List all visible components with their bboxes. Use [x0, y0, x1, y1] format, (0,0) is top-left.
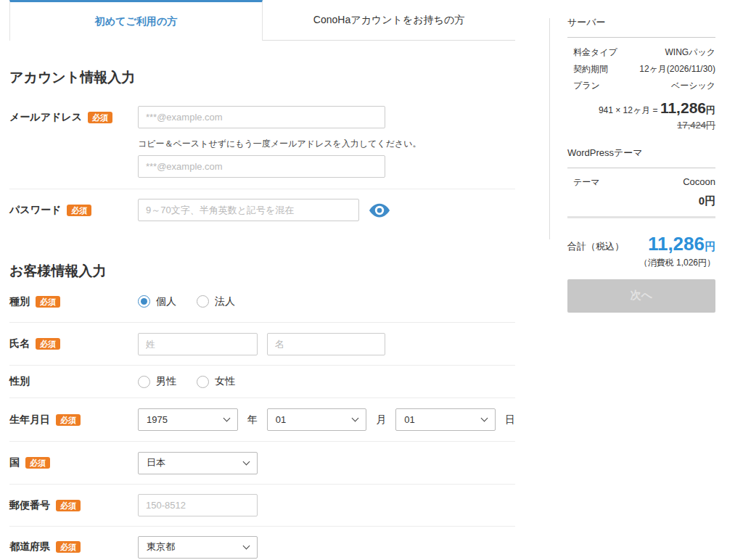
type-option-personal-label: 個人 — [156, 295, 176, 308]
chevron-down-icon — [243, 458, 250, 465]
total-price-unit: 円 — [705, 240, 715, 252]
next-button[interactable]: 次へ — [567, 279, 715, 313]
birth-month-select[interactable]: 01 — [267, 408, 367, 431]
year-unit-label: 年 — [247, 413, 258, 427]
birth-day-select[interactable]: 01 — [395, 408, 496, 431]
type-option-corporate[interactable]: 法人 — [197, 295, 235, 308]
calc-unit: 円 — [706, 104, 715, 115]
birthdate-label: 生年月日 — [9, 413, 50, 427]
type-option-personal[interactable]: 個人 — [138, 295, 176, 308]
prefecture-label: 都道府県 — [9, 540, 50, 553]
server-summary-rows: 料金タイプ WINGパック 契約期間 12ヶ月(2026/11/30) プラン … — [567, 38, 715, 94]
postal-code-row: 郵便番号 必須 — [9, 485, 515, 527]
required-badge: 必須 — [56, 500, 81, 511]
order-summary-sidebar: サーバー 料金タイプ WINGパック 契約期間 12ヶ月(2026/11/30)… — [567, 0, 715, 313]
radio-unchecked-icon — [197, 295, 209, 308]
password-input[interactable] — [138, 199, 359, 221]
customer-section-title: お客様情報入力 — [9, 262, 515, 281]
original-price-strikethrough: 17,424円 — [567, 119, 715, 132]
password-label: パスワード — [9, 204, 61, 217]
chevron-down-icon — [481, 415, 488, 422]
account-section-title: アカウント情報入力 — [9, 68, 515, 87]
gender-option-female[interactable]: 女性 — [197, 375, 235, 388]
country-row: 国 必須 日本 — [9, 442, 515, 485]
plan-value: ベーシック — [671, 78, 715, 94]
password-visibility-toggle[interactable] — [369, 201, 390, 220]
birth-day-value: 01 — [404, 414, 414, 425]
summary-row: 契約期間 12ヶ月(2026/11/30) — [573, 61, 715, 78]
name-label: 氏名 — [9, 337, 30, 350]
tab-first-time-user-label: 初めてご利用の方 — [95, 15, 177, 28]
total-label: 合計（税込） — [567, 234, 624, 269]
tax-note: （消費税 1,026円） — [639, 257, 715, 269]
day-unit-label: 日 — [505, 413, 515, 427]
birth-year-select[interactable]: 1975 — [138, 408, 238, 431]
country-select[interactable]: 日本 — [138, 452, 258, 474]
calc-prefix: 941 × 12ヶ月 = — [599, 105, 660, 115]
email-confirm-helper-text: コピー＆ペーストせずにもう一度メールアドレスを入力してください。 — [138, 138, 421, 150]
wordpress-theme-title: WordPressテーマ — [567, 132, 715, 168]
birth-month-value: 01 — [276, 414, 286, 425]
required-badge: 必須 — [36, 296, 60, 308]
gender-label: 性別 — [9, 375, 30, 388]
email-label: メールアドレス — [9, 111, 82, 124]
theme-price: 0円 — [567, 192, 715, 218]
contract-period-value: 12ヶ月(2026/11/30) — [639, 61, 715, 78]
eye-icon — [369, 202, 390, 219]
tab-first-time-user[interactable]: 初めてご利用の方 — [9, 0, 263, 41]
tab-existing-account-label: ConoHaアカウントをお持ちの方 — [313, 14, 464, 27]
gender-row: 性別 男性 女性 — [9, 366, 515, 398]
theme-row: テーマ Cocoon — [567, 168, 715, 192]
radio-checked-icon — [138, 295, 150, 308]
plan-type-value: WINGパック — [665, 44, 715, 61]
birth-year-value: 1975 — [147, 414, 168, 425]
plan-label: プラン — [573, 78, 600, 94]
plan-type-label: 料金タイプ — [573, 44, 617, 61]
summary-row: プラン ベーシック — [573, 78, 715, 94]
signup-tabs: 初めてご利用の方 ConoHaアカウントをお持ちの方 — [9, 0, 515, 41]
total-price: 11,286円 — [639, 234, 715, 255]
radio-unchecked-icon — [138, 376, 150, 388]
last-name-input[interactable] — [138, 333, 258, 355]
chevron-down-icon — [243, 542, 250, 549]
radio-unchecked-icon — [197, 376, 209, 388]
calc-price: 11,286 — [660, 99, 706, 116]
required-badge: 必須 — [67, 205, 91, 216]
gender-option-female-label: 女性 — [215, 375, 235, 388]
postal-code-input[interactable] — [138, 494, 258, 516]
required-badge: 必須 — [56, 414, 81, 426]
server-price-calc: 941 × 12ヶ月 = 11,286円 — [567, 99, 715, 117]
required-badge: 必須 — [88, 112, 112, 123]
email-controls: コピー＆ペーストせずにもう一度メールアドレスを入力してください。 — [138, 106, 421, 178]
country-value: 日本 — [147, 456, 165, 469]
postal-code-label: 郵便番号 — [9, 499, 50, 512]
birthdate-row: 生年月日 必須 1975 年 01 月 01 日 — [9, 398, 515, 442]
theme-value: Cocoon — [683, 176, 715, 189]
prefecture-value: 東京都 — [147, 540, 175, 553]
first-name-input[interactable] — [267, 333, 385, 355]
main-content: 初めてご利用の方 ConoHaアカウントをお持ちの方 アカウント情報入力 メール… — [9, 0, 515, 560]
type-option-corporate-label: 法人 — [215, 295, 235, 308]
country-label: 国 — [9, 456, 20, 469]
email-row: メールアドレス 必須 コピー＆ペーストせずにもう一度メールアドレスを入力してくだ… — [9, 106, 515, 178]
gender-option-male[interactable]: 男性 — [138, 375, 176, 388]
gender-option-male-label: 男性 — [156, 375, 176, 388]
type-row: 種別 必須 個人 法人 — [9, 281, 515, 323]
prefecture-row: 都道府県 必須 東京都 — [9, 527, 515, 560]
chevron-down-icon — [223, 415, 230, 422]
chevron-down-icon — [352, 415, 359, 422]
summary-row: 料金タイプ WINGパック — [573, 44, 715, 61]
email-input[interactable] — [138, 106, 385, 128]
tab-existing-account[interactable]: ConoHaアカウントをお持ちの方 — [263, 0, 515, 41]
vertical-divider — [549, 18, 550, 239]
email-confirm-input[interactable] — [138, 155, 385, 178]
server-summary-title: サーバー — [567, 0, 715, 38]
password-row: パスワード 必須 — [9, 189, 515, 221]
total-row: 合計（税込） 11,286円 （消費税 1,026円） — [567, 234, 715, 269]
name-row: 氏名 必須 — [9, 323, 515, 366]
prefecture-select[interactable]: 東京都 — [138, 536, 258, 559]
month-unit-label: 月 — [376, 413, 386, 427]
required-badge: 必須 — [36, 338, 60, 350]
required-badge: 必須 — [56, 541, 81, 553]
required-badge: 必須 — [25, 457, 50, 469]
